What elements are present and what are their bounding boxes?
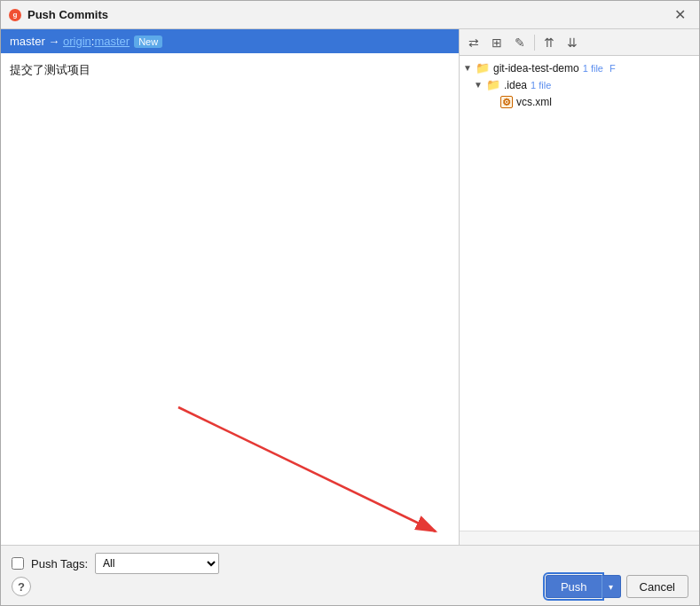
root-label: git-idea-test-demo [493, 62, 579, 75]
folder-icon-idea: 📁 [486, 78, 500, 91]
toggle-root: ▼ [463, 63, 476, 73]
push-tags-label: Push Tags: [31, 557, 88, 571]
right-panel: ⇄ ⊞ ✎ ⇈ ⇊ ▼ 📁 git-idea-test-demo 1 file … [460, 29, 699, 545]
vcs-label: vcs.xml [516, 96, 552, 108]
push-tags-checkbox[interactable] [12, 557, 24, 570]
remote-branch-link[interactable]: master [94, 35, 130, 48]
toggle-idea: ▼ [474, 80, 486, 90]
push-tags-row: Push Tags: All None [12, 553, 688, 574]
grid-view-button[interactable]: ⊞ [486, 32, 507, 53]
xml-file-icon: ⚙ [500, 95, 513, 108]
local-branch-label: master [10, 35, 45, 48]
main-content: master → origin : master New 提交了测试项目 [1, 29, 699, 545]
tree-item-root[interactable]: ▼ 📁 git-idea-test-demo 1 file F [460, 59, 699, 76]
commit-message-area: 提交了测试项目 [1, 53, 459, 545]
footer-buttons: ? Push ▾ Cancel [12, 575, 688, 598]
commit-message-text: 提交了测试项目 [10, 60, 450, 80]
toggle-push-button[interactable]: ⇄ [463, 32, 484, 53]
idea-count: 1 file [531, 80, 551, 91]
toolbar-row: ⇄ ⊞ ✎ ⇈ ⇊ [460, 29, 699, 56]
root-count: 1 file [583, 63, 603, 74]
root-suffix: F [607, 63, 616, 74]
new-badge: New [134, 35, 162, 48]
folder-icon-root: 📁 [476, 61, 490, 75]
action-buttons: Push ▾ Cancel [546, 575, 688, 598]
dialog-title: Push Commits [28, 8, 667, 21]
help-button[interactable]: ? [12, 577, 31, 596]
footer: Push Tags: All None ? Push ▾ Cancel [1, 545, 699, 605]
tree-item-idea[interactable]: ▼ 📁 .idea 1 file [460, 76, 699, 93]
cancel-button[interactable]: Cancel [626, 575, 688, 598]
title-bar: g Push Commits ✕ [1, 1, 699, 29]
app-icon: g [8, 8, 22, 22]
git-icon: g [9, 9, 21, 21]
push-dropdown-button[interactable]: ▾ [602, 575, 621, 598]
remote-link[interactable]: origin [63, 35, 91, 48]
horizontal-scrollbar[interactable] [460, 531, 699, 545]
close-button[interactable]: ✕ [667, 3, 692, 28]
idea-label: .idea [504, 79, 527, 91]
push-tags-select[interactable]: All None [95, 553, 219, 574]
tree-item-vcs[interactable]: ⚙ vcs.xml [460, 93, 699, 110]
left-panel: master → origin : master New 提交了测试项目 [1, 29, 460, 545]
push-button[interactable]: Push [546, 575, 602, 598]
collapse-all-button[interactable]: ⇊ [562, 32, 583, 53]
file-tree: ▼ 📁 git-idea-test-demo 1 file F ▼ 📁 .ide… [460, 56, 699, 531]
expand-all-button[interactable]: ⇈ [539, 32, 560, 53]
edit-button[interactable]: ✎ [509, 32, 531, 53]
push-commits-dialog: g Push Commits ✕ master → origin : maste… [0, 0, 700, 606]
arrow-label: → [45, 35, 63, 48]
push-tags-checkbox-wrapper[interactable] [12, 557, 24, 570]
commit-item[interactable]: master → origin : master New [1, 29, 459, 53]
toolbar-separator-1 [534, 35, 535, 51]
